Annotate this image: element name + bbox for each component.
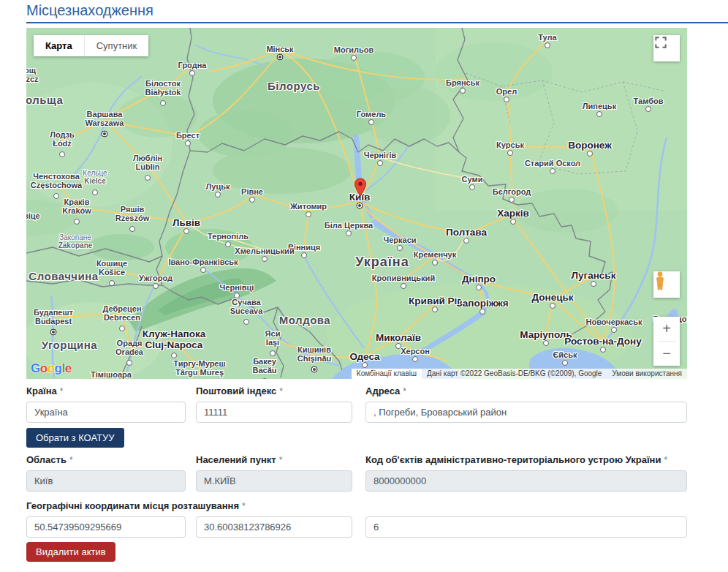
map-zoom-input[interactable]	[365, 516, 687, 538]
google-logo-letter: g	[55, 361, 62, 375]
zoom-control: + −	[653, 317, 680, 366]
country-label-text: Країна	[26, 385, 57, 396]
koatuu-code-input	[365, 470, 687, 492]
oblast-label: Область*	[26, 454, 73, 465]
latitude-input[interactable]	[26, 516, 186, 538]
address-input[interactable]	[365, 402, 687, 423]
longitude-input[interactable]	[196, 516, 352, 538]
coordinates-label-text: Географічні координати місця розташуванн…	[26, 500, 239, 511]
required-asterisk: *	[69, 455, 73, 465]
keyboard-shortcuts-button[interactable]: Комбінації клавіш	[352, 369, 422, 379]
required-asterisk: *	[279, 386, 283, 396]
address-label: Адреса*	[365, 385, 406, 396]
map-type-control: Карта Супутник	[34, 35, 148, 56]
select-koatuu-button[interactable]: Обрати з КОАТУУ	[26, 428, 124, 448]
page-title: Місцезнаходження	[26, 2, 153, 18]
country-label: Країна*	[26, 385, 64, 396]
google-logo-letter: o	[40, 361, 48, 375]
settlement-label: Населений пункт*	[196, 454, 282, 465]
terms-of-use-link[interactable]: Умови використання	[607, 369, 687, 379]
country-input[interactable]	[26, 402, 186, 423]
google-logo[interactable]: Google	[31, 361, 72, 376]
address-label-text: Адреса	[365, 385, 400, 396]
google-logo-letter: G	[31, 361, 40, 375]
required-asterisk: *	[403, 386, 406, 396]
settlement-input	[196, 470, 352, 492]
required-asterisk: *	[242, 501, 246, 511]
map-attribution: Комбінації клавіш Дані карт ©2022 GeoBas…	[352, 369, 687, 379]
map-data-attribution: Дані карт ©2022 GeoBasis-DE/BKG (©2009),…	[422, 369, 607, 379]
required-asterisk: *	[279, 455, 283, 465]
satellite-tab[interactable]: Супутник	[84, 35, 149, 56]
zoom-out-button[interactable]: −	[653, 342, 680, 366]
zoom-in-button[interactable]: +	[653, 317, 680, 341]
oblast-input	[26, 470, 186, 492]
postal-code-input[interactable]	[196, 402, 352, 423]
coordinates-label: Географічні координати місця розташуванн…	[26, 500, 246, 511]
delete-asset-button[interactable]: Видалити актив	[26, 542, 115, 562]
koatuu-code-label: Код об'єктів адміністративно-територіаль…	[365, 454, 667, 465]
required-asterisk: *	[60, 386, 64, 396]
google-logo-letter: e	[65, 361, 72, 375]
google-logo-letter: o	[48, 361, 55, 375]
pegman-control[interactable]	[653, 271, 680, 298]
postal-label: Поштовий індекс*	[196, 385, 283, 396]
google-map[interactable]: ПольщаБілорусьУкраїнаМолдоваСловаччинаУг…	[26, 28, 687, 379]
map-terrain	[26, 28, 687, 379]
oblast-label-text: Область	[26, 454, 67, 465]
map-tab[interactable]: Карта	[34, 35, 84, 56]
section-header: Місцезнаходження	[26, 0, 728, 23]
required-asterisk: *	[664, 455, 667, 465]
location-page: Місцезнаходження	[0, 0, 728, 572]
koatuu-code-label-text: Код об'єктів адміністративно-територіаль…	[365, 454, 661, 465]
postal-label-text: Поштовий індекс	[196, 385, 276, 396]
settlement-label-text: Населений пункт	[196, 454, 276, 465]
fullscreen-button[interactable]	[653, 35, 680, 61]
pegman-icon	[653, 271, 667, 290]
fullscreen-icon	[653, 35, 668, 50]
